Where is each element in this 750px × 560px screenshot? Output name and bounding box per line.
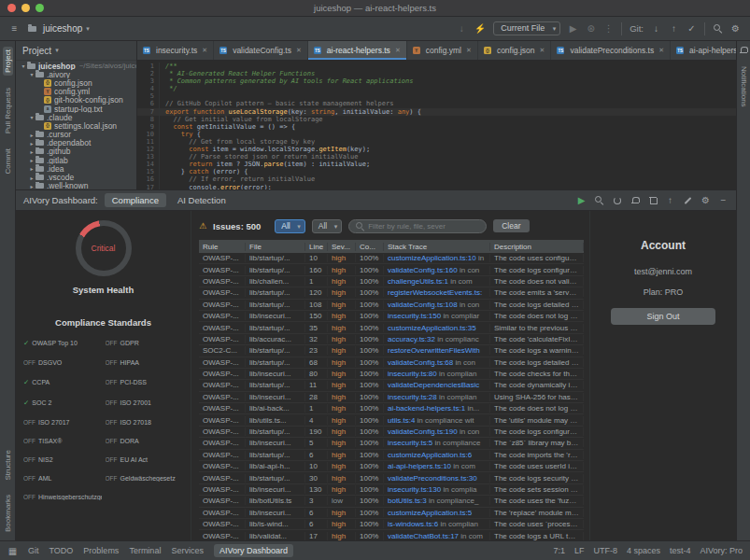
stack-trace-link[interactable]: ai-backend-helpers.ts:1 xyxy=(388,404,465,413)
project-selector[interactable]: juiceshop ▾ xyxy=(28,23,90,34)
tree-item[interactable]: ▾.claude xyxy=(16,113,136,121)
compliance-standard[interactable]: OFFHIPAA xyxy=(106,359,184,366)
tool-strip-button-project[interactable]: Project xyxy=(3,47,13,76)
tree-chevron-icon[interactable]: ▸ xyxy=(28,183,35,189)
issue-row[interactable]: OWASP-...lib/startup/...160high100%valid… xyxy=(199,264,584,275)
tree-item[interactable]: ▸.idea xyxy=(16,164,136,173)
column-header[interactable]: Description xyxy=(490,243,584,251)
tree-chevron-icon[interactable]: ▸ xyxy=(28,140,35,147)
search-icon[interactable] xyxy=(594,196,604,204)
stack-trace-link[interactable]: botUtils.ts:3 xyxy=(388,497,427,505)
settings-icon[interactable]: ⚙ xyxy=(730,23,741,34)
statusbar-widget[interactable]: LF xyxy=(574,546,585,555)
project-pane-header[interactable]: Project ▾ xyxy=(16,41,136,61)
issue-row[interactable]: OWASP-...lib/insecuri...80high100%insecu… xyxy=(199,369,584,380)
git-push-icon[interactable]: ↑ xyxy=(669,23,679,34)
issue-row[interactable]: OWASP-...lib/insecuri...6high100%customi… xyxy=(199,508,584,519)
tool-window-switcher-icon[interactable]: ▦ xyxy=(7,546,18,556)
stack-trace-link[interactable]: insecurity.ts:130 xyxy=(388,485,441,494)
issues-search-box[interactable] xyxy=(348,219,487,233)
stack-trace-link[interactable]: validateDependenciesBasic xyxy=(388,381,479,389)
tree-item[interactable]: {}settings.local.json xyxy=(16,121,136,130)
stack-trace-link[interactable]: insecurity.ts:150 xyxy=(388,312,441,320)
stack-trace-link[interactable]: restoreOverwrittenFilesWith xyxy=(388,346,480,355)
issue-row[interactable]: OWASP-...lib/startup/...6high100%customi… xyxy=(199,450,584,461)
column-header[interactable]: Co... xyxy=(356,243,384,251)
column-header[interactable]: Line xyxy=(305,243,328,251)
issue-row[interactable]: OWASP-...lib/utils.ts...4high100%utils.t… xyxy=(199,414,584,426)
tree-item[interactable]: ▸.cursor xyxy=(16,131,136,139)
tree-chevron-icon[interactable]: ▾ xyxy=(20,63,27,69)
issue-row[interactable]: SOC2-C...lib/startup/...23high100%restor… xyxy=(199,345,584,357)
issue-row[interactable]: OWASP-...lib/challen...1high100%challeng… xyxy=(199,276,584,287)
close-icon[interactable]: ✕ xyxy=(296,47,302,54)
stack-trace-link[interactable]: utils.ts:4 xyxy=(388,416,415,425)
issue-row[interactable]: OWASP-...lib/startup/...190high100%valid… xyxy=(199,427,584,438)
column-header[interactable]: Sev... xyxy=(328,243,356,251)
clear-filter-button[interactable]: Clear xyxy=(493,219,529,232)
issue-row[interactable]: OWASP-...lib/is-wind...6high100%is-windo… xyxy=(199,519,584,530)
tree-chevron-icon[interactable]: ▸ xyxy=(28,132,35,138)
statusbar-widget[interactable]: UTF-8 xyxy=(593,546,617,555)
compliance-standard[interactable]: OFFTISAX® xyxy=(23,438,102,444)
collapse-icon[interactable]: − xyxy=(718,195,729,205)
tree-item[interactable]: {}git-hook-config.json xyxy=(16,96,136,105)
tree-item[interactable]: ▾juiceshop~/Sites/aivos/juicesh xyxy=(16,62,136,70)
close-icon[interactable]: ✕ xyxy=(395,47,401,54)
issues-filter-input[interactable] xyxy=(368,222,479,231)
issues-filter-dropdown[interactable]: All▾ xyxy=(312,219,342,233)
tree-item[interactable]: ▸.vscode xyxy=(16,173,136,181)
tool-strip-button-pull-requests[interactable]: Pull Requests xyxy=(3,85,13,136)
compliance-standard[interactable]: ✓CCPA xyxy=(23,378,102,386)
editor-tab[interactable]: TSinsecurity.ts✕ xyxy=(137,41,214,60)
git-update-icon[interactable]: ↓ xyxy=(651,23,661,34)
build-icon[interactable]: ⚡ xyxy=(474,23,486,34)
compliance-standard[interactable]: ✓OWASP Top 10 xyxy=(23,339,102,347)
git-commit-icon[interactable]: ✓ xyxy=(686,23,697,34)
bell-icon[interactable] xyxy=(630,197,640,204)
tree-chevron-icon[interactable]: ▸ xyxy=(28,148,35,155)
editor-tab[interactable]: TSai-api-helpers.ts✕ xyxy=(671,41,736,60)
search-icon[interactable] xyxy=(713,24,723,33)
tree-item[interactable]: ▸.github xyxy=(16,147,136,156)
compliance-standard[interactable]: OFFISO 27001 xyxy=(106,399,184,407)
editor-tab[interactable]: {}config.json✕ xyxy=(478,41,552,60)
issue-row[interactable]: OWASP-...lib/validat...17high100%validat… xyxy=(199,530,584,540)
stack-trace-link[interactable]: customizeApplication.ts:5 xyxy=(388,509,472,517)
run-icon[interactable]: ▶ xyxy=(576,195,587,205)
issue-row[interactable]: OWASP-...lib/startup/...108high100%valid… xyxy=(199,300,584,311)
minimize-window-button[interactable] xyxy=(21,4,30,12)
tree-chevron-icon[interactable]: ▾ xyxy=(28,114,35,120)
statusbar-widget[interactable]: 4 spaces xyxy=(627,546,660,555)
tool-strip-button-commit[interactable]: Commit xyxy=(3,146,13,177)
statusbar-widget[interactable]: test-4 xyxy=(670,546,691,555)
trash-icon[interactable] xyxy=(647,196,658,204)
issue-row[interactable]: OWASP-...lib/accurac...32high100%accurac… xyxy=(199,334,584,345)
run-configuration-select[interactable]: Current File ▾ xyxy=(493,21,560,35)
stack-trace-link[interactable]: validateChatBot.ts:17 xyxy=(388,532,459,540)
stack-trace-link[interactable]: accuracy.ts:32 xyxy=(388,335,435,343)
issue-row[interactable]: OWASP-...lib/insecuri...150high100%insec… xyxy=(199,311,584,322)
sign-out-button[interactable]: Sign Out xyxy=(611,308,715,325)
tool-strip-button-structure[interactable]: Structure xyxy=(3,447,13,483)
compliance-standard[interactable]: OFFGeldwäschegesetz xyxy=(106,475,184,482)
close-icon[interactable]: ✕ xyxy=(202,47,207,54)
stack-trace-link[interactable]: customizeApplication.ts:35 xyxy=(388,324,476,332)
tree-item[interactable]: astartup-log.txt xyxy=(16,105,136,113)
run-icon[interactable]: ▶ xyxy=(568,23,578,34)
panel-tab-ai-detection[interactable]: AI Detection xyxy=(170,193,233,207)
compliance-standard[interactable]: OFFDSGVO xyxy=(23,359,102,366)
more-icon[interactable]: ⋮ xyxy=(603,23,614,34)
statusbar-terminal[interactable]: Terminal xyxy=(129,546,161,555)
issue-row[interactable]: OWASP-...lib/ai-back...1high100%ai-backe… xyxy=(199,403,584,414)
tree-chevron-icon[interactable]: ▸ xyxy=(28,157,35,163)
wrench-icon[interactable] xyxy=(683,200,693,202)
vcs-update-icon[interactable]: ↓ xyxy=(457,23,467,34)
statusbar-widget[interactable]: 7:1 xyxy=(553,546,565,555)
panel-tab-compliance[interactable]: Compliance xyxy=(105,193,166,207)
tool-strip-button-notifications[interactable]: Notifications xyxy=(739,63,749,110)
issue-row[interactable]: OWASP-...lib/startup/...120high100%regis… xyxy=(199,287,584,299)
compliance-standard[interactable]: OFFISO 27018 xyxy=(106,419,184,426)
issue-row[interactable]: OWASP-...lib/insecuri...130high100%insec… xyxy=(199,484,584,496)
statusbar-todo[interactable]: TODO xyxy=(50,546,74,555)
